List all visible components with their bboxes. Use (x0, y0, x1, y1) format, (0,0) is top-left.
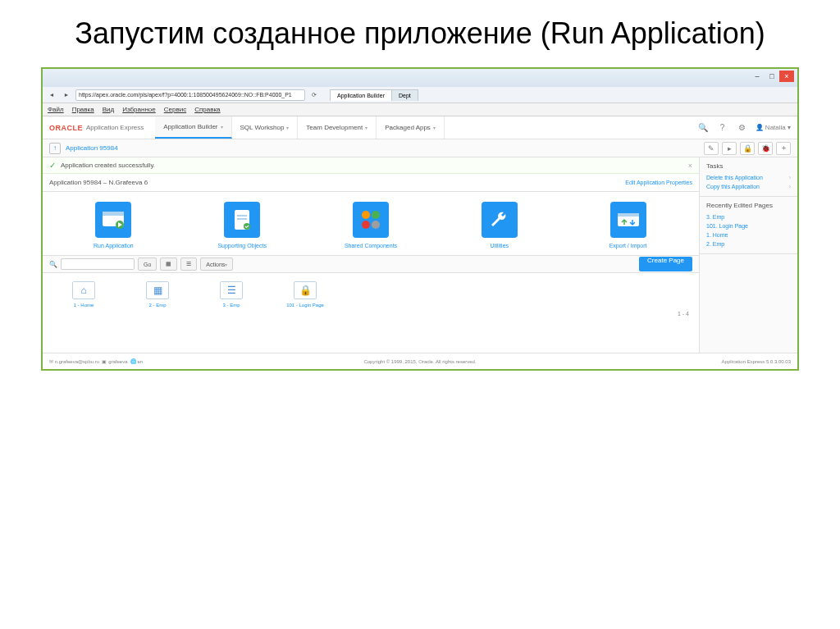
shared-components-icon (353, 202, 389, 238)
footer-email[interactable]: ✉ n.grafeeva@spbu.ru (49, 358, 99, 364)
svg-rect-12 (618, 213, 639, 217)
bc-lock-icon[interactable]: 🔒 (740, 142, 755, 155)
svg-point-10 (372, 221, 380, 229)
tiles-row: Run Application Supporting Objects Share… (43, 192, 699, 255)
close-button[interactable]: × (779, 71, 794, 82)
breadcrumb-app[interactable]: Application 95984 (66, 144, 118, 152)
page-card-emp2[interactable]: ▦ 2 - Emp (133, 281, 182, 308)
table-icon: ▦ (146, 281, 169, 299)
tile-supporting-objects[interactable]: Supporting Objects (205, 202, 279, 248)
pages-toolbar: 🔍 Go ▦ ☰ Actions ▾ Create Page (43, 255, 699, 273)
chevron-down-icon: ▾ (365, 125, 368, 130)
search-icon[interactable]: 🔍 (696, 121, 710, 134)
browser-frame: – □ × ◄ ► https://apex.oracle.com/pls/ap… (41, 67, 799, 371)
svg-point-9 (362, 221, 370, 229)
tile-shared-components[interactable]: Shared Components (334, 202, 408, 248)
menu-tools[interactable]: Сервис (164, 106, 186, 113)
ie-menu-bar: Файл Правка Вид Избранное Сервис Справка (43, 103, 797, 116)
browser-address-bar: ◄ ► https://apex.oracle.com/pls/apex/f?p… (43, 87, 797, 103)
search-icon[interactable]: 🔍 (49, 261, 57, 268)
form-icon: ☰ (220, 281, 243, 299)
user-menu[interactable]: 👤 Natalia ▾ (756, 124, 791, 131)
browser-tab-1[interactable]: Dept (391, 89, 418, 101)
recent-page-1[interactable]: 101. Login Page (706, 221, 791, 230)
svg-rect-5 (237, 218, 247, 220)
lock-icon: 🔒 (294, 281, 317, 299)
export-import-icon (610, 202, 646, 238)
tab-sql-workshop[interactable]: SQL Workshop▾ (232, 116, 299, 139)
recent-page-0[interactable]: 3. Emp (706, 212, 791, 221)
chevron-down-icon: ▾ (221, 124, 223, 130)
product-name: Application Express (86, 124, 144, 131)
browser-titlebar: – □ × (43, 69, 797, 87)
bc-add-icon[interactable]: ＋ (776, 142, 791, 155)
task-delete-app[interactable]: Delete this Application› (706, 173, 791, 182)
check-icon: ✓ (49, 161, 56, 170)
svg-point-6 (244, 223, 250, 230)
settings-icon[interactable]: ⚙ (736, 121, 749, 134)
recent-page-2[interactable]: 1. Home (706, 230, 791, 239)
bc-edit-icon[interactable]: ✎ (704, 142, 719, 155)
tile-run-application[interactable]: Run Application (76, 202, 150, 248)
success-message: ✓ Application created successfully. × (43, 157, 699, 174)
bc-debug-icon[interactable]: 🐞 (758, 142, 773, 155)
task-copy-app[interactable]: Copy this Application› (706, 182, 791, 191)
list-view-button[interactable]: ☰ (180, 258, 197, 271)
svg-point-8 (372, 211, 380, 219)
dismiss-message-icon[interactable]: × (688, 162, 692, 170)
tasks-heading: Tasks (706, 162, 791, 170)
tile-utilities[interactable]: Utilities (463, 202, 536, 248)
menu-view[interactable]: Вид (103, 106, 114, 113)
home-icon: ⌂ (72, 281, 95, 299)
go-button[interactable]: Go (138, 258, 157, 271)
refresh-button[interactable]: ⟳ (308, 89, 320, 101)
svg-rect-4 (237, 215, 247, 217)
menu-favorites[interactable]: Избранное (122, 106, 156, 113)
menu-file[interactable]: Файл (48, 106, 64, 113)
menu-edit[interactable]: Правка (72, 106, 94, 113)
actions-menu[interactable]: Actions ▾ (200, 258, 233, 271)
sidebar: Tasks Delete this Application› Copy this… (699, 157, 797, 353)
chevron-down-icon: ▾ (286, 125, 289, 130)
footer: ✉ n.grafeeva@spbu.ru ▣ grafeeva 🌐 en Cop… (43, 353, 797, 369)
chevron-right-icon: › (789, 175, 791, 180)
supporting-objects-icon (224, 202, 260, 238)
forward-button[interactable]: ► (61, 89, 72, 101)
app-header: ORACLE Application Express Application B… (43, 116, 797, 139)
minimize-button[interactable]: – (750, 71, 765, 82)
footer-lang: 🌐 en (130, 358, 143, 364)
search-input[interactable] (61, 258, 135, 270)
app-name: Application 95984 – N.Grafeeva 6 (49, 179, 148, 186)
chevron-right-icon: › (789, 184, 791, 189)
slide-title: Запустим созданное приложение (Run Appli… (0, 0, 840, 59)
page-card-emp3[interactable]: ☰ 3 - Emp (207, 281, 256, 308)
svg-rect-1 (103, 212, 124, 216)
menu-help[interactable]: Справка (194, 106, 220, 113)
maximize-button[interactable]: □ (765, 71, 779, 82)
footer-copyright: Copyright © 1999, 2015, Oracle. All righ… (363, 359, 476, 364)
grid-view-button[interactable]: ▦ (160, 258, 177, 271)
tab-app-builder[interactable]: Application Builder▾ (155, 116, 231, 139)
svg-point-7 (362, 211, 370, 219)
chevron-down-icon: ▾ (433, 125, 436, 130)
tab-team-dev[interactable]: Team Development▾ (298, 116, 377, 139)
app-info-row: Application 95984 – N.Grafeeva 6 Edit Ap… (43, 174, 699, 192)
wrench-icon (482, 202, 518, 238)
edit-app-properties-link[interactable]: Edit Application Properties (625, 180, 692, 185)
breadcrumb-up-icon[interactable]: ↑ (49, 143, 61, 154)
tile-export-import[interactable]: Export / Import (591, 202, 665, 248)
browser-tab-0[interactable]: Application Builder (330, 89, 392, 101)
back-button[interactable]: ◄ (46, 89, 57, 101)
pages-list: ⌂ 1 - Home ▦ 2 - Emp ☰ 3 - Emp 🔒 101 - L… (43, 273, 699, 311)
url-field[interactable]: https://apex.oracle.com/pls/apex/f?p=400… (75, 89, 305, 101)
help-icon[interactable]: ? (716, 121, 729, 134)
footer-version: Application Express 5.0.3.00.03 (722, 359, 791, 364)
footer-workspace: ▣ grafeeva (102, 358, 127, 364)
page-card-home[interactable]: ⌂ 1 - Home (59, 281, 108, 308)
bc-run-icon[interactable]: ▸ (722, 142, 737, 155)
tab-packaged-apps[interactable]: Packaged Apps▾ (377, 116, 445, 139)
page-card-login[interactable]: 🔒 101 - Login Page (281, 281, 330, 308)
breadcrumb: ↑ Application 95984 ✎ ▸ 🔒 🐞 ＋ (43, 139, 797, 157)
recent-page-3[interactable]: 2. Emp (706, 239, 791, 248)
create-page-button[interactable]: Create Page (639, 257, 692, 271)
